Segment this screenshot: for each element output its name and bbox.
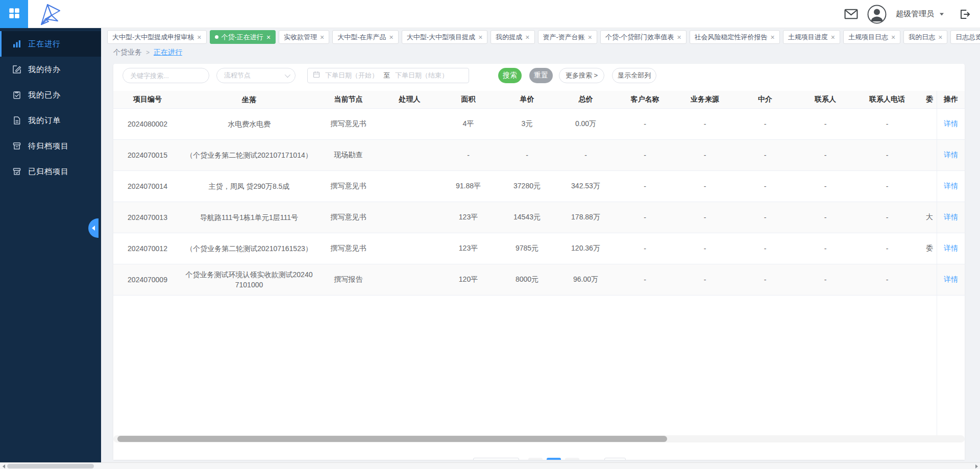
sidebar-item[interactable]: 我的已办 [0,82,101,108]
table-horizontal-scrollbar [113,435,965,442]
tab-close-icon[interactable]: × [891,34,895,41]
avatar[interactable] [867,5,887,24]
action-cell: 详情 [937,264,965,295]
tab-label: 大中型-大中型提成申报审核 [112,33,194,42]
tab[interactable]: 大中型-在库产品× [332,30,399,44]
scroll-left-arrow-icon[interactable] [0,463,7,469]
sidebar-item-label: 我的待办 [28,65,61,75]
tab-close-icon[interactable]: × [588,34,592,41]
table-scrollbar-thumb[interactable] [117,436,667,442]
detail-link[interactable]: 详情 [944,151,958,160]
tab[interactable]: 我的日志× [903,30,947,44]
table-cell: - [735,233,795,264]
filter-bar: 流程节点 下单日期（开始） 至 下单日期（结束） 搜索 重置 更多搜索 > 显示… [113,68,965,83]
sidebar-item[interactable]: 我的待办 [0,57,101,82]
sidebar-item-label: 我的订单 [28,116,61,126]
sidebar-item[interactable]: 我的订单 [0,108,101,133]
table-body: 2024080002水电费水电费撰写意见书4平3元0.00万-----详情202… [113,109,965,295]
tab-label: 日志总览 [955,33,980,42]
table-row: 2024080002水电费水电费撰写意见书4平3元0.00万-----详情 [113,109,965,140]
action-cell: 详情 [937,202,965,233]
tab-close-icon[interactable]: × [831,34,835,41]
detail-link[interactable]: 详情 [944,182,958,191]
sidebar-item[interactable]: 正在进行 [0,31,101,57]
table-cell: 342.53万 [556,171,615,202]
process-node-select[interactable]: 流程节点 [216,68,296,83]
page-jump-input[interactable] [604,458,626,460]
prev-page-button[interactable] [528,458,543,460]
table-cell: 现场勘查 [316,140,380,170]
table-cell: 120.36万 [556,233,615,264]
tab[interactable]: 日志总览× [950,30,980,44]
tab-close-icon[interactable]: × [478,34,482,41]
tab-close-icon[interactable]: × [389,34,394,41]
current-page-button[interactable] [547,458,561,460]
tab-close-icon[interactable]: × [677,34,681,41]
table-cell: - [615,233,675,264]
table-cell [380,202,439,233]
logout-icon[interactable] [959,8,971,20]
tab-close-icon[interactable]: × [938,34,942,41]
table-cell: 2024070012 [113,233,182,264]
detail-link[interactable]: 详情 [944,119,958,129]
page-size-select[interactable] [473,458,519,460]
column-header: 坐落 [182,91,316,108]
tab-close-icon[interactable]: × [197,34,201,41]
order-date-range-picker[interactable]: 下单日期（开始） 至 下单日期（结束） [307,68,469,83]
reset-button[interactable]: 重置 [529,68,553,83]
detail-link[interactable]: 详情 [944,244,958,253]
tab[interactable]: 土规项目日志× [843,30,900,44]
tab-close-icon[interactable]: × [525,34,529,41]
keyword-search-input[interactable] [122,68,209,83]
breadcrumb-current[interactable]: 正在进行 [154,48,182,57]
table-cell: - [675,140,735,170]
sidebar-item[interactable]: 已归档项目 [0,159,101,184]
tab-close-icon[interactable]: × [320,34,324,41]
chevron-down-icon[interactable] [939,12,944,16]
more-search-button[interactable]: 更多搜索 > [559,68,604,83]
detail-link[interactable]: 详情 [944,275,958,284]
tab[interactable]: 我的提成× [491,30,534,44]
table-cell: - [615,140,675,170]
tab[interactable]: 社会风险稳定性评价报告× [690,30,780,44]
top-bar: 超级管理员 [0,0,980,28]
tab-close-icon[interactable]: × [266,34,271,41]
next-page-button[interactable] [565,458,579,460]
tab[interactable]: 大中型-大中型提成申报审核× [107,30,207,44]
date-end-placeholder: 下单日期（结束） [395,71,448,80]
tab[interactable]: 实收款管理× [279,30,329,44]
mail-icon[interactable] [844,8,858,20]
tab[interactable]: 个贷-正在进行× [210,30,276,44]
table-cell: 8000元 [498,264,556,295]
breadcrumb: 个贷业务 > 正在进行 [113,47,182,58]
window-scrollbar-thumb[interactable] [7,464,94,468]
detail-link[interactable]: 详情 [944,213,958,222]
sidebar-item[interactable]: 待归档项目 [0,133,101,159]
tab[interactable]: 大中型-大中型项目提成× [402,30,488,44]
chevron-down-icon [285,72,290,78]
table-cell [919,264,937,295]
table-row: 2024070014主贷，周凤 贷290万8.5成撰写意见书91.88平3728… [113,171,965,202]
edit-square-icon [12,65,21,74]
tab[interactable]: 个贷-个贷部门效率值表× [600,30,687,44]
tab-close-icon[interactable]: × [771,34,775,41]
table-cell: 撰写意见书 [316,202,380,233]
table-cell: 2024070009 [113,264,182,295]
table-cell: - [675,264,735,295]
date-start-placeholder: 下单日期（开始） [325,71,378,80]
tab[interactable]: 土规项目进度× [783,30,840,44]
table-cell: - [675,202,735,233]
scroll-right-arrow-icon[interactable] [973,463,980,469]
search-button[interactable]: 搜索 [498,68,522,83]
column-header: 当前节点 [316,91,380,108]
table-cell: 主贷，周凤 贷290万8.5成 [182,171,316,202]
tab[interactable]: 资产-资产台账× [538,30,598,44]
show-all-columns-button[interactable]: 显示全部列 [612,68,656,83]
sidebar-item-label: 正在进行 [28,39,61,49]
archive-pending-icon [12,141,21,151]
apps-menu-button[interactable] [0,0,28,28]
user-name[interactable]: 超级管理员 [896,9,934,19]
table-cell: - [855,109,919,139]
table-cell: 123平 [439,233,498,264]
table-cell: - [675,233,735,264]
